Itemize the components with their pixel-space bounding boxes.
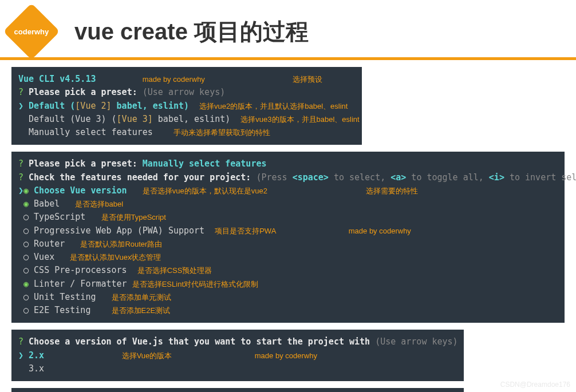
option: babel, eslint) (112, 101, 189, 111)
page-header: coderwhy vue create 项目的过程 (0, 0, 576, 60)
annotation: 是否选择CSS预处理器 (137, 266, 212, 275)
prompt: Choose a version of Vue.js that you want… (29, 336, 370, 347)
prompt: Please pick a preset: (29, 87, 137, 97)
feature: Progressive Web App (PWA) Support (34, 225, 204, 236)
hint: (Use arrow keys) (375, 336, 458, 347)
option: [Vue 2] (75, 101, 111, 111)
credit: made by coderwhy (143, 75, 205, 84)
option: 3.x (29, 363, 44, 374)
section-label: 选择需要的特性 (366, 187, 418, 195)
unselected-icon: ◯ (23, 292, 29, 302)
unselected-icon: ◯ (23, 225, 29, 236)
hint: (Use arrow keys) (143, 87, 226, 97)
annotation: 是否选择babel (75, 200, 123, 208)
terminal-preset: Vue CLI v4.5.13 made by coderwhy 选择预设 ? … (11, 67, 362, 145)
feature: Babel (34, 199, 60, 209)
annotation: 是否选择ESLint对代码进行格式化限制 (132, 280, 258, 288)
annotation: 是否选择vue的版本，默认现在是vue2 (143, 187, 267, 195)
section-label: 选择预设 (293, 75, 322, 84)
feature: Vuex (34, 252, 54, 262)
unselected-icon: ◯ (23, 252, 29, 262)
prompt: Please pick a preset: (29, 159, 137, 169)
feature: CSS Pre-processors (34, 265, 127, 275)
option: Default (Vue 3) ( (29, 114, 117, 124)
page-title: vue create 项目的过程 (74, 16, 309, 47)
annotation: 手动来选择希望获取到的特性 (173, 128, 270, 137)
arrow-icon: ❯ (18, 350, 23, 361)
option: [Vue 3] (117, 114, 153, 124)
watermark: CSDN@Dreamdoe176 (500, 381, 570, 389)
annotation: 是否添加单元测试 (112, 293, 171, 302)
option: Manually select features (29, 127, 153, 137)
annotation: 选择vue2的版本，并且默认选择babel、eslint (199, 102, 348, 110)
unselected-icon: ◯ (23, 239, 29, 249)
terminal-config-location: ? Where do you prefer placing config for… (11, 388, 464, 392)
arrow-icon: ❯ (18, 101, 23, 111)
feature: Choose Vue version (34, 185, 127, 196)
credit: made by coderwhy (255, 351, 317, 360)
feature: Unit Testing (34, 292, 96, 302)
annotation: 是否默认添加Router路由 (80, 240, 162, 248)
credit: made by coderwhy (349, 227, 411, 235)
option: 2.x (29, 350, 44, 361)
annotation: 是否默认添加Vuex状态管理 (70, 253, 161, 262)
annotation: 项目是否支持PWA (215, 227, 276, 235)
feature: Router (34, 239, 65, 249)
selected-icon: ◉ (23, 279, 29, 289)
cli-version: Vue CLI v4.5.13 (18, 74, 96, 84)
selected-icon: ◉ (23, 199, 29, 209)
unselected-icon: ◯ (23, 305, 29, 315)
annotation: 是否添加E2E测试 (112, 306, 171, 315)
option: babel, eslint) (153, 114, 230, 124)
terminal-features: ? Please pick a preset: Manually select … (11, 152, 565, 323)
unselected-icon: ◯ (23, 265, 29, 275)
feature: Linter / Formatter (34, 279, 127, 289)
answer: Manually select features (143, 159, 267, 169)
question-mark: ? (18, 87, 23, 97)
unselected-icon: ◯ (23, 212, 29, 222)
annotation: 是否使用TypeScript (101, 213, 166, 221)
section-label: 选择Vue的版本 (122, 351, 172, 360)
feature: E2E Testing (34, 305, 90, 315)
logo-text: coderwhy (14, 27, 49, 36)
selected-icon: ◉ (23, 185, 29, 196)
annotation: 选择vue3的版本，并且babel、eslint (240, 115, 359, 124)
option: Default ( (29, 101, 75, 111)
terminal-vue-version: ? Choose a version of Vue.js that you wa… (11, 330, 464, 381)
feature: TypeScript (34, 212, 85, 222)
logo-badge: coderwhy (3, 3, 60, 60)
arrow-icon: ❯ (18, 185, 23, 196)
prompt: Check the features needed for your proje… (29, 172, 251, 183)
